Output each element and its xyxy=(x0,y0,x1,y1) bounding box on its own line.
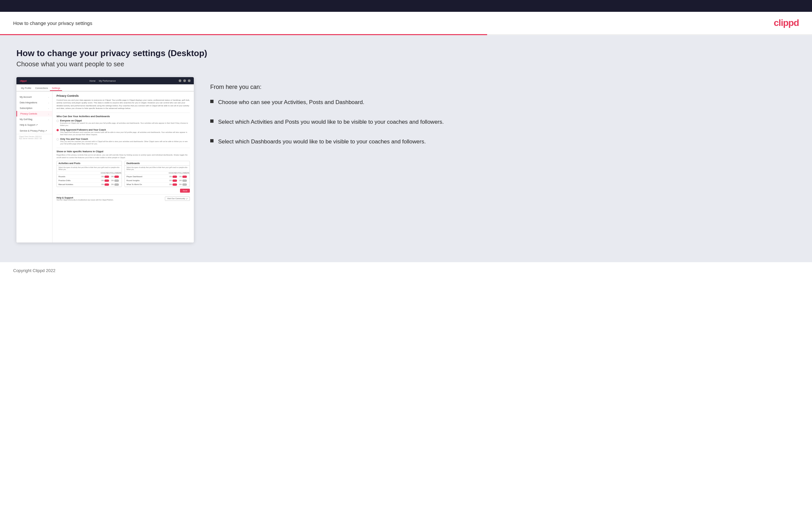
practice-drills-label: Practice Drills xyxy=(58,179,100,181)
sidebar-item-my-golf-bag[interactable]: My Golf Bag › xyxy=(16,116,52,122)
sidebar-item-help-support[interactable]: Help & Support ↗ xyxy=(16,122,52,128)
practice-followers-pill xyxy=(114,179,119,182)
round-insights-row: Round Insights ON ON xyxy=(125,179,190,183)
chevron-icon-my-account: › xyxy=(48,96,49,98)
player-followers-on-label: ON xyxy=(179,176,182,177)
logo: clippd xyxy=(774,18,799,28)
sidebar-label-service-privacy: Service & Privacy Policy ↗ xyxy=(20,130,47,132)
manual-followers-on-label: ON xyxy=(111,183,114,185)
player-followers-toggle[interactable]: ON xyxy=(178,176,188,178)
sidebar-label-privacy-controls: Privacy Controls xyxy=(20,113,37,115)
player-coaches-toggle[interactable]: ON xyxy=(168,176,178,178)
player-dashboard-label: Player Dashboard xyxy=(126,176,168,177)
mock-topbar: clippd Home My Performance xyxy=(16,77,194,84)
what-coaches-on-label: ON xyxy=(169,183,172,185)
save-button[interactable]: Save xyxy=(180,189,190,192)
mock-tables-row: Activities and Posts Select the types of… xyxy=(56,161,190,187)
privacy-controls-desc: Control how you and your data appears to… xyxy=(56,99,190,110)
sidebar-label-data-integrations: Data Integrations xyxy=(20,101,37,104)
round-insights-coaches-pill xyxy=(172,179,177,182)
what-followers-toggle[interactable]: ON xyxy=(178,183,188,186)
manual-coaches-pill xyxy=(104,183,109,186)
sidebar-label-my-account: My Account xyxy=(20,96,32,98)
screenshot-mockup: clippd Home My Performance My Profile Co… xyxy=(16,77,194,242)
activities-col-headers: COACHES FOLLOWERS xyxy=(57,171,121,175)
visit-community-button[interactable]: Visit Our Community ↗ xyxy=(165,196,190,201)
activities-col-coaches: COACHES xyxy=(100,172,110,174)
mock-tab-profile[interactable]: My Profile xyxy=(19,86,33,91)
privacy-controls-title: Privacy Controls xyxy=(56,94,190,98)
mock-body: My Account › Data Integrations › Subscri… xyxy=(16,92,194,242)
sidebar-item-my-account[interactable]: My Account › xyxy=(16,94,52,100)
rounds-followers-pill xyxy=(114,176,119,178)
manual-coaches-on-label: ON xyxy=(101,183,104,185)
bullet-item-3: Select which Dashboards you would like t… xyxy=(210,138,796,146)
chevron-icon-my-golf-bag: › xyxy=(48,118,49,120)
radio-everyone-desc: Everyone on Clippd can search for you an… xyxy=(60,122,190,127)
player-followers-pill xyxy=(182,176,187,178)
rounds-coaches-toggle[interactable]: ON xyxy=(100,176,110,178)
manual-coaches-toggle[interactable]: ON xyxy=(100,183,110,186)
mock-logo: clippd xyxy=(20,79,27,82)
sidebar-item-service-privacy[interactable]: Service & Privacy Policy ↗ xyxy=(16,128,52,134)
player-coaches-on-label: ON xyxy=(169,176,172,177)
what-coaches-toggle[interactable]: ON xyxy=(168,183,178,186)
rounds-followers-toggle[interactable]: ON xyxy=(110,176,120,178)
practice-drills-row: Practice Drills ON ON xyxy=(57,179,121,183)
sql-version: SQL Server Version: 2022.7.36 xyxy=(19,137,50,139)
mock-nav-performance: My Performance xyxy=(99,80,116,82)
search-icon xyxy=(179,79,181,82)
header-title: How to change your privacy settings xyxy=(13,20,92,26)
rounds-coaches-pill xyxy=(104,176,109,178)
mock-nav-home: Home xyxy=(89,80,96,82)
sidebar-label-help-support: Help & Support ↗ xyxy=(20,124,38,126)
bullet-text-3: Select which Dashboards you would like t… xyxy=(218,138,426,146)
save-row: Save xyxy=(56,187,190,194)
user-icon xyxy=(188,79,191,82)
sidebar-item-privacy-controls[interactable]: Privacy Controls › xyxy=(16,111,52,116)
practice-followers-toggle[interactable]: ON xyxy=(110,179,120,182)
mock-help-section: Help & Support Visit the Clippd communit… xyxy=(56,194,190,203)
dashboards-table: Dashboards Select the types of activity … xyxy=(124,161,190,187)
radio-approved[interactable] xyxy=(56,129,59,131)
help-title: Help & Support xyxy=(56,196,114,199)
mock-tab-connections[interactable]: Connections xyxy=(33,86,50,91)
what-followers-on-label: ON xyxy=(179,183,182,185)
radio-option-approved-content: Only Approved Followers and Your Coach O… xyxy=(60,129,190,136)
radio-everyone[interactable] xyxy=(56,120,59,122)
rounds-coaches-on-label: ON xyxy=(101,176,104,177)
round-insights-followers-pill xyxy=(182,179,187,182)
round-insights-coaches-on-label: ON xyxy=(169,179,172,181)
chevron-icon-privacy-controls: › xyxy=(48,113,49,115)
chevron-icon-subscription: › xyxy=(48,107,49,109)
mock-nav-right xyxy=(179,79,191,82)
bullet-text-1: Choose who can see your Activities, Post… xyxy=(218,99,364,106)
radio-everyone-label: Everyone on Clippd xyxy=(60,119,190,122)
bullet-square-3 xyxy=(210,139,213,143)
show-hide-title: Show or hide specific features in Clippd xyxy=(56,148,190,153)
radio-only-you[interactable] xyxy=(56,138,59,140)
sidebar-item-subscription[interactable]: Subscription › xyxy=(16,105,52,111)
sidebar-item-data-integrations[interactable]: Data Integrations › xyxy=(16,100,52,105)
manual-followers-toggle[interactable]: ON xyxy=(110,183,120,186)
mock-version: Clippd Client Version: 2022.8.2 SQL Serv… xyxy=(16,134,52,141)
radio-only-you-desc: Only you and the coaches you connect wit… xyxy=(60,140,190,145)
dashboards-col-coaches: COACHES xyxy=(168,172,178,174)
what-followers-pill xyxy=(182,183,187,186)
help-left: Help & Support Visit the Clippd communit… xyxy=(56,196,114,201)
header: How to change your privacy settings clip… xyxy=(0,12,812,34)
activities-col-label xyxy=(58,172,100,174)
bullet-list: Choose who can see your Activities, Post… xyxy=(210,99,796,146)
footer: Copyright Clippd 2022 xyxy=(0,262,812,279)
round-insights-coaches-toggle[interactable]: ON xyxy=(168,179,178,182)
dashboards-desc: Select the types of activity that you'd … xyxy=(125,166,190,171)
round-insights-followers-toggle[interactable]: ON xyxy=(178,179,188,182)
mock-tab-settings[interactable]: Settings xyxy=(50,86,62,91)
mock-tabs: My Profile Connections Settings xyxy=(16,84,194,91)
what-to-work-on-row: What To Work On ON ON xyxy=(125,183,190,187)
manual-activities-row: Manual Activities ON ON xyxy=(57,183,121,187)
dashboards-col-label xyxy=(126,172,168,174)
sidebar-label-my-golf-bag: My Golf Bag xyxy=(20,118,33,120)
practice-coaches-toggle[interactable]: ON xyxy=(100,179,110,182)
activities-posts-header: Activities and Posts xyxy=(57,161,121,166)
